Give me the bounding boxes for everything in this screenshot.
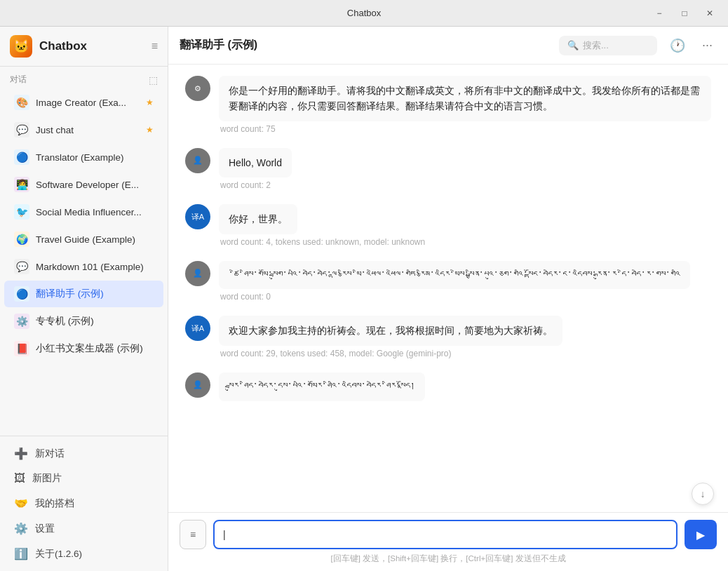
sidebar-collapse-button[interactable]: ≡ [151,40,158,53]
titlebar-title: Chatbox [347,8,381,18]
app-logo: 🐱 [10,35,32,58]
main-title: 翻译助手 (示例) [180,38,551,53]
message-content-msg1: 你是一个好用的翻译助手。请将我的中文翻译成英文，将所有非中文的翻译成中文。我发给… [219,76,711,134]
sidebar-icon-translator: 🔵 [14,149,29,165]
scroll-down-button[interactable]: ↓ [692,483,714,505]
sidebar: 🐱 Chatbox ≡ 对话 ⬚ 🎨 Image Creator (Exa...… [0,27,168,571]
window-controls: − □ ✕ [649,7,720,20]
message-meta-msg3: word count: 4, tokens used: unknown, mod… [219,237,711,247]
sidebar-footer: ➕ 新对话 🖼 新图片 🤝 我的搭档 ⚙️ 设置 ℹ️ 关于(1.2.6) [0,436,168,571]
avatar-msg1: ⚙ [185,76,210,101]
message-block-msg6: 👤 སྦུར་ཤིད་བདེར་དུས་པའི་གཡོར་ཤིའི་འདིབས་… [185,372,711,401]
footer-label-settings: 设置 [35,523,55,535]
avatar-msg3: 译A [185,204,210,229]
sidebar-header: 🐱 Chatbox ≡ [0,27,168,67]
sidebar-label-zhuanjianji: 专专机 (示例) [36,315,154,328]
sidebar-label-translator-zh: 翻译助手 (示例) [36,288,154,300]
footer-item-about[interactable]: ℹ️ 关于(1.2.6) [4,542,163,566]
sidebar-label-software-dev: Software Developer (E... [36,180,154,190]
section-label-text: 对话 [10,74,27,86]
titlebar: Chatbox − □ ✕ [0,0,728,27]
input-hint: [回车键] 发送，[Shift+回车键] 换行，[Ctrl+回车键] 发送但不生… [180,553,717,567]
message-text-msg5: 欢迎大家参加我主持的祈祷会。现在，我将根据时间，简要地为大家祈祷。 [219,316,562,345]
send-button[interactable]: ▶ [685,520,717,549]
sidebar-label-translator: Translator (Example) [36,152,154,163]
sidebar-item-software-dev[interactable]: 👩‍💻 Software Developer (E... [4,171,163,198]
footer-label-about: 关于(1.2.6) [35,548,82,560]
archive-button[interactable]: ⬚ [149,74,158,86]
input-row: ≡ ▶ [180,520,717,549]
sidebar-icon-image-creator: 🎨 [14,95,29,110]
message-text-msg3: 你好，世界。 [219,204,297,234]
sidebar-item-social-media[interactable]: 🐦 Social Media Influencer... [4,199,163,225]
sidebar-icon-social-media: 🐦 [14,204,29,220]
search-box[interactable]: 🔍 搜索... [559,36,657,55]
send-icon: ▶ [696,528,705,542]
footer-icon-settings: ⚙️ [14,522,28,535]
message-block-msg1: ⚙ 你是一个好用的翻译助手。请将我的中文翻译成英文，将所有非中文的翻译成中文。我… [185,76,711,134]
sidebar-label-xiaohongshu: 小红书文案生成器 (示例) [36,342,154,355]
messages-area: ⚙ 你是一个好用的翻译助手。请将我的中文翻译成英文，将所有非中文的翻译成中文。我… [168,65,728,512]
footer-item-new-image[interactable]: 🖼 新图片 [4,466,163,490]
footer-item-my-partner[interactable]: 🤝 我的搭档 [4,491,163,516]
message-text-msg1: 你是一个好用的翻译助手。请将我的中文翻译成英文，将所有非中文的翻译成中文。我发给… [219,76,711,121]
footer-icon-my-partner: 🤝 [14,497,28,510]
sidebar-label-image-creator: Image Creator (Exa... [36,98,140,108]
search-placeholder: 搜索... [583,39,609,52]
history-button[interactable]: 🕐 [666,35,689,56]
input-area: ≡ ▶ [回车键] 发送，[Shift+回车键] 换行，[Ctrl+回车键] 发… [168,512,728,571]
footer-item-settings[interactable]: ⚙️ 设置 [4,516,163,541]
sidebar-label-travel-guide: Travel Guide (Example) [36,234,154,245]
minimize-button[interactable]: − [649,7,669,20]
close-button[interactable]: ✕ [700,7,720,20]
sidebar-item-translator-zh[interactable]: 🔵 翻译助手 (示例) [4,281,163,307]
footer-label-new-chat: 新对话 [35,448,65,460]
footer-item-new-chat[interactable]: ➕ 新对话 [4,441,163,466]
footer-icon-new-chat: ➕ [14,447,28,460]
footer-label-new-image: 新图片 [32,472,62,485]
sidebar-item-zhuanjianji[interactable]: ⚙️ 专专机 (示例) [4,308,163,335]
sidebar-nav: 🎨 Image Creator (Exa... ★ 💬 Just chat ★ … [0,88,168,436]
message-content-msg2: Hello, World word count: 2 [219,148,711,190]
footer-label-my-partner: 我的搭档 [35,497,74,510]
message-block-msg5: 译A 欢迎大家参加我主持的祈祷会。现在，我将根据时间，简要地为大家祈祷。 wor… [185,316,711,358]
sidebar-icon-translator-zh: 🔵 [14,286,29,302]
message-content-msg4: ་ཚེ་ཤིས་གཡོ་སྦུག་པའི་བདེ་བདེ་ལྷ་རྩིས་ཡི་… [219,261,711,302]
sidebar-item-travel-guide[interactable]: 🌍 Travel Guide (Example) [4,226,163,253]
section-label: 对话 ⬚ [0,67,168,88]
message-block-msg3: 译A 你好，世界。 word count: 4, tokens used: un… [185,204,711,246]
avatar-msg5: 译A [185,316,210,341]
search-icon: 🔍 [567,40,579,51]
footer-icon-new-image: 🖼 [14,472,25,485]
message-content-msg5: 欢迎大家参加我主持的祈祷会。现在，我将根据时间，简要地为大家祈祷。 word c… [219,316,711,358]
sidebar-item-xiaohongshu[interactable]: 📕 小红书文案生成器 (示例) [4,335,163,362]
sidebar-item-image-creator[interactable]: 🎨 Image Creator (Exa... ★ [4,89,163,116]
sidebar-brand: Chatbox [39,39,144,53]
star-icon: ★ [146,125,154,135]
sidebar-icon-just-chat: 💬 [14,122,29,137]
message-content-msg3: 你好，世界。 word count: 4, tokens used: unkno… [219,204,711,246]
app-body: 🐱 Chatbox ≡ 对话 ⬚ 🎨 Image Creator (Exa...… [0,27,728,571]
avatar-msg4: 👤 [185,261,210,286]
sidebar-icon-zhuanjianji: ⚙️ [14,314,29,329]
message-meta-msg5: word count: 29, tokens used: 458, model:… [219,349,711,358]
more-options-button[interactable]: ··· [698,35,717,55]
sidebar-icon-travel-guide: 🌍 [14,231,29,247]
sidebar-label-markdown-101: Markdown 101 (Example) [36,262,154,272]
format-button[interactable]: ≡ [180,520,206,549]
message-text-msg2: Hello, World [219,148,292,177]
message-text-msg6: སྦུར་ཤིད་བདེར་དུས་པའི་གཡོར་ཤིའི་འདིབས་བད… [219,372,425,401]
sidebar-item-translator[interactable]: 🔵 Translator (Example) [4,144,163,170]
avatar-msg2: 👤 [185,148,210,173]
message-block-msg2: 👤 Hello, World word count: 2 [185,148,711,190]
message-meta-msg2: word count: 2 [219,180,711,190]
sidebar-icon-software-dev: 👩‍💻 [14,177,29,192]
maximize-button[interactable]: □ [675,7,694,20]
star-icon: ★ [146,98,154,107]
message-content-msg6: སྦུར་ཤིད་བདེར་དུས་པའི་གཡོར་ཤིའི་འདིབས་བད… [219,372,711,401]
message-input[interactable] [213,520,678,549]
message-text-msg4: ་ཚེ་ཤིས་གཡོ་སྦུག་པའི་བདེ་བདེ་ལྷ་རྩིས་ཡི་… [219,261,690,290]
sidebar-item-just-chat[interactable]: 💬 Just chat ★ [4,116,163,143]
sidebar-item-markdown-101[interactable]: 💬 Markdown 101 (Example) [4,253,163,280]
sidebar-label-just-chat: Just chat [36,125,140,135]
